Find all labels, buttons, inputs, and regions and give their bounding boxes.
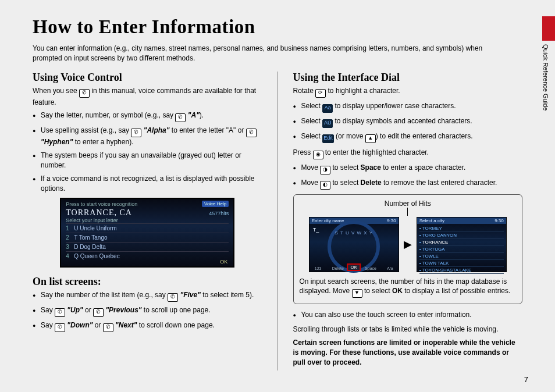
tab-label: Quick Reference Guide — [542, 41, 549, 131]
list-bullet-2: Say ✆ "Up" or ✆ "Previous" to scroll up … — [33, 305, 262, 317]
dial-diagram: Number of Hits Enter city name9:30 T_ S … — [293, 194, 523, 305]
side-tab: Quick Reference Guide — [542, 16, 555, 131]
press-icon: ◉ — [313, 151, 323, 159]
dial-bullet-1: Select Aa to display upper/lower case ch… — [293, 101, 523, 113]
dial-bullet-2: Select ÁÜ to display symbols and accente… — [293, 116, 523, 128]
voice-icon: ✆ — [246, 129, 257, 137]
tab-marker — [542, 16, 555, 41]
scroll-limit-note: Scrolling through lists or tabs is limit… — [293, 325, 523, 334]
edit-icon: Edit — [322, 134, 334, 143]
dial-bullet-3: Select Edit (or move ▲) to edit the ente… — [293, 131, 523, 143]
dial-bullet-5: Move ◐ to select Delete to remove the la… — [293, 178, 523, 190]
move-down-icon: ▼ — [352, 289, 362, 298]
dial-press: Press ◉ to enter the highlighted charact… — [293, 148, 523, 159]
voice-icon: ✆ — [55, 323, 65, 332]
voice-bullet-2: Use spelling assist (e.g., say ✆ "Alpha"… — [33, 126, 262, 147]
move-up-icon: ▲ — [365, 134, 376, 143]
voice-bullet-4: If a voice command is not recognized, a … — [33, 174, 262, 194]
mini-screenshot-entry: Enter city name9:30 T_ S T U V W X Y 123… — [309, 217, 399, 272]
right-column: Using the Interface Dial Rotate ⟳ to hig… — [293, 72, 523, 371]
left-column: Using Voice Control When you see ✆ in th… — [33, 72, 262, 371]
voice-icon: ✆ — [93, 308, 104, 317]
voice-intro: When you see ✆ in this manual, voice com… — [33, 86, 262, 108]
voice-icon: ✆ — [55, 308, 65, 317]
touch-note: You can also use the touch screen to ent… — [293, 310, 523, 320]
move-right-icon: ◑ — [320, 166, 330, 174]
heading-voice: Using Voice Control — [33, 72, 262, 84]
voice-icon: ✆ — [131, 129, 141, 137]
page-title: How to Enter Information — [33, 16, 522, 38]
voice-bullet-1: Say the letter, number, or symbol (e.g.,… — [33, 111, 262, 122]
voice-icon: ✆ — [168, 293, 178, 302]
rotate-icon: ⟳ — [315, 89, 326, 98]
intro-text: You can enter information (e.g., city na… — [33, 44, 510, 63]
voice-screenshot: Press to start voice recognition Voice H… — [60, 198, 234, 268]
voice-bullet-3: The system beeps if you say an unavailab… — [33, 151, 262, 170]
column-divider — [278, 72, 278, 371]
move-left-icon: ◐ — [320, 181, 330, 190]
dial-bullet-4: Move ◑ to select Space to enter a space … — [293, 163, 523, 174]
diagram-label: Number of Hits — [300, 199, 517, 216]
voice-icon: ✆ — [103, 323, 113, 332]
diagram-note: On input search screens, the number of h… — [300, 277, 517, 298]
heading-dial: Using the Interface Dial — [293, 72, 523, 84]
list-bullet-3: Say ✆ "Down" or ✆ "Next" to scroll down … — [33, 320, 262, 332]
symbols-icon: ÁÜ — [322, 119, 333, 128]
mini-screenshot-list: Select a city9:30 TORMEY TORO CANYON TOR… — [417, 217, 507, 272]
case-icon: Aa — [322, 104, 333, 113]
arrow-right-icon: ▶ — [404, 238, 412, 251]
list-bullet-1: Say the number of the list item (e.g., s… — [33, 290, 262, 302]
page-number: 7 — [524, 375, 528, 384]
dial-rotate: Rotate ⟳ to highlight a character. — [293, 86, 523, 98]
voice-icon: ✆ — [79, 89, 90, 98]
voice-icon: ✆ — [175, 113, 186, 122]
heading-list: On list screens: — [33, 276, 262, 288]
warning-note: Certain screen functions are limited or … — [293, 338, 523, 367]
